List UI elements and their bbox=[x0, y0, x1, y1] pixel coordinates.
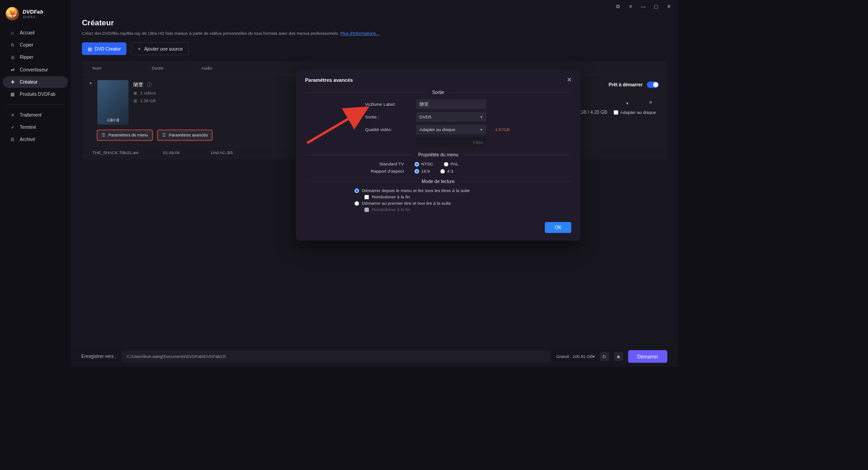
item-right-tools: 7 GB / 4.20 GB Adapter au disque ▾ ✕ bbox=[576, 110, 656, 115]
play-from-menu-label: Démarrer depuis le menu et lire tous les… bbox=[362, 188, 470, 193]
volume-label-input[interactable] bbox=[416, 99, 486, 109]
ready-toggle[interactable] bbox=[647, 81, 659, 88]
advanced-settings-button[interactable]: ☲Paramètres avancés bbox=[157, 130, 213, 141]
more-info-link[interactable]: Plus d'informations... bbox=[340, 31, 380, 36]
ar-169-radio[interactable]: 16:9 bbox=[415, 169, 430, 174]
page-description: Créez des DVD/Blu-ray/Blu-ray 4K Ultra H… bbox=[82, 31, 666, 36]
chevron-down-icon[interactable]: ▾ bbox=[626, 101, 628, 106]
titlebar: ⧉ ≡ — ▢ ✕ bbox=[71, 0, 678, 13]
col-audio: Audio bbox=[197, 66, 239, 70]
page-title: Créateur bbox=[82, 19, 666, 28]
grid-icon: ▦ bbox=[10, 92, 15, 97]
modal-title: Paramètres avancés bbox=[305, 77, 353, 83]
minimize-icon[interactable]: — bbox=[641, 4, 646, 9]
remove-item-icon[interactable]: ✕ bbox=[649, 100, 653, 105]
modal-close-icon[interactable]: ✕ bbox=[567, 76, 571, 83]
logo-icon: 🦊 bbox=[5, 7, 19, 21]
menu-settings-button[interactable]: ☰Paramètres de menu bbox=[97, 130, 153, 141]
bitrate-input: Kbps bbox=[416, 137, 486, 147]
ok-button[interactable]: OK bbox=[545, 222, 571, 233]
sidebar: 🦊 DVDFab 13.0.0.2 ⌂Accueil ⎘Copier ◎Ripp… bbox=[0, 0, 71, 367]
nav-separator bbox=[6, 104, 64, 105]
nav-home[interactable]: ⌂Accueil bbox=[3, 27, 68, 38]
section-output: Sortie bbox=[305, 89, 571, 95]
app-name: DVDFab bbox=[23, 9, 43, 15]
advanced-settings-modal: Paramètres avancés ✕ Sortie Vo2lume Labe… bbox=[296, 70, 580, 241]
dvd-creator-button[interactable]: ▤DVD Creator bbox=[82, 42, 127, 55]
item-title: 陋室 bbox=[133, 81, 143, 88]
play-from-menu-radio[interactable] bbox=[354, 188, 359, 193]
output-size: 4.57GB bbox=[495, 127, 510, 132]
app-version: 13.0.0.2 bbox=[23, 15, 43, 19]
menu-settings-icon: ☰ bbox=[102, 133, 106, 138]
save-path-input[interactable] bbox=[122, 350, 551, 362]
file-duration: 01:49:04 bbox=[163, 150, 211, 155]
ready-indicator: Prêt à démarrer bbox=[609, 81, 659, 88]
close-icon[interactable]: ✕ bbox=[666, 4, 671, 9]
nav-archived[interactable]: ☰Archivé bbox=[3, 134, 68, 146]
nav-products[interactable]: ▦Produits DVDFab bbox=[3, 89, 68, 100]
home-icon: ⌂ bbox=[10, 30, 15, 35]
fit-to-disc-check[interactable]: Adapter au disque bbox=[613, 110, 656, 115]
copy-icon: ⎘ bbox=[10, 42, 15, 48]
size-ratio: 7 GB / 4.20 GB bbox=[576, 110, 607, 115]
ar-43-radio[interactable]: 4:3 bbox=[440, 169, 453, 174]
file-name: THE_SHACK.Title21.avi bbox=[93, 150, 163, 155]
expand-caret[interactable]: ▼ bbox=[89, 81, 93, 85]
size-icon: ▦ bbox=[133, 99, 137, 103]
rewind-label-1: Rembobiner à la fin bbox=[372, 194, 410, 199]
maximize-icon[interactable]: ▢ bbox=[653, 4, 659, 9]
videos-count: 1 vidéos bbox=[140, 91, 156, 96]
rewind-label-2: Rembobiner à la fin bbox=[372, 207, 410, 212]
nav-processing[interactable]: ≡Traitement bbox=[3, 109, 68, 121]
creator-mode-icon: ▤ bbox=[88, 46, 92, 52]
chevron-down-icon: ▼ bbox=[480, 115, 483, 119]
item-size: 1.38 GB bbox=[140, 99, 156, 103]
volume-label-label: Vo2lume Label: bbox=[365, 102, 411, 107]
pin-icon[interactable]: ⧉ bbox=[615, 4, 621, 9]
rewind-check-1[interactable] bbox=[364, 195, 369, 199]
nav-ripper[interactable]: ◎Ripper bbox=[3, 52, 68, 63]
main-area: ⧉ ≡ — ▢ ✕ Créateur Créez des DVD/Blu-ray… bbox=[71, 0, 678, 367]
footer: Enregistrer vers : Gratuit : 100.91 GB▾ … bbox=[71, 345, 678, 367]
menu-icon[interactable]: ≡ bbox=[628, 4, 633, 9]
folder-icon[interactable]: 🗀 bbox=[600, 352, 609, 361]
plus-icon: ＋ bbox=[137, 46, 142, 52]
top-buttons: ▤DVD Creator ＋Ajouter une source bbox=[82, 42, 666, 55]
done-icon: ✓ bbox=[10, 125, 15, 130]
ready-label: Prêt à démarrer bbox=[609, 82, 642, 88]
output-select[interactable]: DVD5▼ bbox=[416, 112, 486, 122]
aspect-ratio-label: Rapport d'aspect bbox=[351, 169, 404, 174]
nav-copy[interactable]: ⎘Copier bbox=[3, 39, 68, 51]
convert-icon: ⇄ bbox=[10, 67, 15, 72]
creator-icon: ✚ bbox=[10, 80, 15, 85]
start-button[interactable]: Démarrer bbox=[628, 350, 667, 362]
info-icon[interactable]: ⓘ bbox=[147, 81, 152, 88]
disc-icon: ◎ bbox=[10, 55, 15, 60]
chevron-down-icon[interactable]: ▾ bbox=[593, 354, 595, 359]
ntsc-radio[interactable]: NTSC bbox=[415, 162, 433, 167]
pal-radio[interactable]: PAL bbox=[444, 162, 459, 167]
play-from-first-radio[interactable] bbox=[354, 201, 359, 206]
nav-creator[interactable]: ✚Créateur bbox=[3, 76, 68, 88]
nav-list: ⌂Accueil ⎘Copier ◎Ripper ⇄Convertisseur … bbox=[0, 27, 71, 145]
free-space: Gratuit : 100.91 GB▾ bbox=[556, 354, 594, 359]
nav-converter[interactable]: ⇄Convertisseur bbox=[3, 64, 68, 75]
app-logo: 🦊 DVDFab 13.0.0.2 bbox=[0, 5, 71, 27]
iso-icon[interactable]: ◉ bbox=[614, 352, 623, 361]
video-quality-label: Qualité vidéo: bbox=[365, 127, 411, 132]
tv-standard-label: Standard TV bbox=[351, 162, 404, 167]
play-from-first-label: Démarrer au premier titre et tout lire à… bbox=[362, 201, 451, 206]
poster-thumbnail[interactable]: 心靈小屋 bbox=[97, 80, 128, 124]
video-quality-select[interactable]: Adapter au disque▼ bbox=[416, 125, 486, 135]
nav-done[interactable]: ✓Terminé bbox=[3, 122, 68, 133]
sliders-icon: ☲ bbox=[162, 133, 166, 138]
videos-icon: ▣ bbox=[133, 91, 137, 96]
col-duration: Durée bbox=[147, 66, 197, 70]
save-to-label: Enregistrer vers : bbox=[81, 354, 116, 359]
section-playback: Mode de lecture bbox=[305, 179, 571, 184]
col-name: Nom bbox=[93, 66, 147, 70]
add-source-button[interactable]: ＋Ajouter une source bbox=[131, 42, 189, 55]
section-menu: Propriétés du menu bbox=[305, 152, 571, 158]
archive-icon: ☰ bbox=[10, 137, 15, 142]
